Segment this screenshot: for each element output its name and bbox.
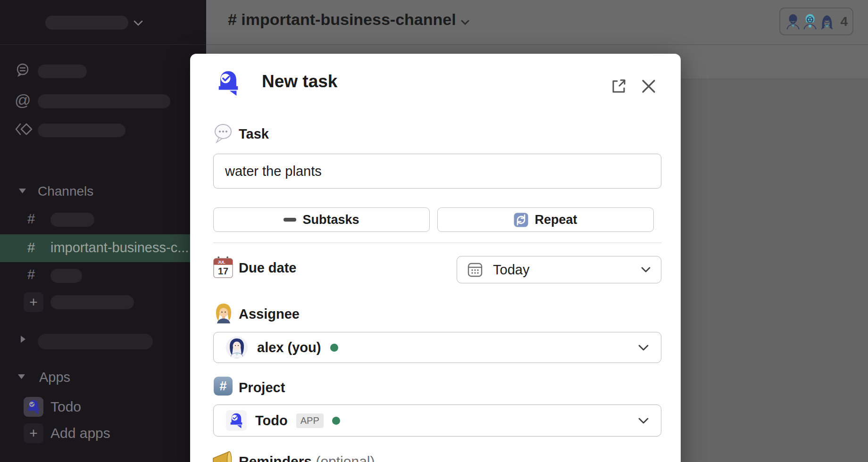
assignee-select[interactable]: alex (you) xyxy=(213,332,661,363)
chevron-down-icon[interactable] xyxy=(461,20,469,25)
sidebar-item-mentions[interactable] xyxy=(38,94,170,108)
modal-title: New task xyxy=(262,72,337,91)
hash-icon: # xyxy=(27,211,35,227)
sidebar-channel-placeholder[interactable] xyxy=(50,269,82,283)
project-label: Project xyxy=(239,380,285,396)
assignee-avatar xyxy=(226,337,248,358)
chevron-down-icon[interactable] xyxy=(134,20,143,26)
new-task-modal: New task Task Subtasks Repeat JUL17 Due … xyxy=(190,54,681,462)
mentions-icon[interactable]: @ xyxy=(15,91,31,109)
reminders-label: Reminders (optional) xyxy=(239,454,375,462)
calendar-emoji-icon: JUL17 xyxy=(213,256,233,278)
due-date-select[interactable]: Today xyxy=(457,256,661,283)
sidebar-item-threads[interactable] xyxy=(38,65,87,78)
chevron-down-icon xyxy=(638,345,649,351)
close-icon[interactable] xyxy=(640,77,658,95)
task-label: Task xyxy=(239,126,269,142)
hash-keycap-icon: # xyxy=(213,376,233,396)
modal-divider xyxy=(213,242,661,243)
member-avatar xyxy=(819,10,835,33)
todo-project-icon xyxy=(226,410,247,431)
subtasks-button-label: Subtasks xyxy=(302,213,359,227)
connect-icon[interactable] xyxy=(14,123,34,136)
presence-dot xyxy=(332,417,340,425)
hash-icon: # xyxy=(27,240,35,256)
add-channel-placeholder[interactable] xyxy=(50,295,134,309)
project-value: Todo xyxy=(255,413,288,429)
sidebar-channel-placeholder[interactable] xyxy=(50,213,94,227)
reminders-optional: (optional) xyxy=(316,454,375,462)
member-count: 4 xyxy=(840,14,848,29)
svg-text:JUL: JUL xyxy=(218,260,225,264)
member-avatars-group[interactable]: 4 xyxy=(779,8,853,35)
chevron-down-icon xyxy=(641,267,651,272)
assignee-label: Assignee xyxy=(239,306,300,322)
subtasks-button[interactable]: Subtasks xyxy=(213,207,430,232)
selected-channel-label: important-business-c... xyxy=(50,240,189,256)
svg-text:#: # xyxy=(219,379,226,393)
sidebar-item-add-apps[interactable]: Add apps xyxy=(50,425,110,441)
calendar-grid-icon xyxy=(467,262,483,277)
repeat-button[interactable]: Repeat xyxy=(437,207,654,232)
svg-text:17: 17 xyxy=(218,266,228,276)
caret-down-icon[interactable] xyxy=(18,374,25,379)
member-avatar xyxy=(785,10,801,33)
chevron-down-icon xyxy=(638,418,649,424)
sidebar-item-todo[interactable]: Todo xyxy=(50,399,81,415)
sidebar-item-connect[interactable] xyxy=(38,124,125,137)
repeat-button-label: Repeat xyxy=(534,213,577,227)
due-date-label: Due date xyxy=(239,260,296,276)
add-apps-button[interactable]: + xyxy=(24,423,43,443)
speech-balloon-icon xyxy=(213,124,233,143)
due-date-value: Today xyxy=(493,262,529,278)
minus-icon xyxy=(284,218,296,222)
member-avatar xyxy=(802,10,818,33)
assignee-value: alex (you) xyxy=(257,340,321,355)
hash-icon: # xyxy=(27,267,35,282)
channel-title[interactable]: # important-business-channel xyxy=(228,10,456,29)
open-external-icon[interactable] xyxy=(609,77,627,95)
add-channel-button[interactable]: + xyxy=(24,292,43,312)
presence-dot xyxy=(330,344,338,352)
todo-app-icon[interactable] xyxy=(24,397,43,417)
channel-header: # important-business-channel 4 xyxy=(206,0,868,45)
caret-down-icon[interactable] xyxy=(19,189,26,193)
task-input[interactable] xyxy=(213,154,661,189)
caret-right-icon[interactable] xyxy=(21,336,25,343)
apps-section-header[interactable]: Apps xyxy=(39,370,70,385)
sidebar: @ Channels # # important-business-c... #… xyxy=(0,0,206,462)
app-screen: @ Channels # # important-business-c... #… xyxy=(0,0,868,462)
todo-bell-icon xyxy=(217,70,240,96)
megaphone-icon xyxy=(212,451,235,462)
repeat-icon xyxy=(514,213,528,227)
project-select[interactable]: Todo APP xyxy=(213,404,661,437)
threads-icon[interactable] xyxy=(16,63,30,77)
channels-section-header[interactable]: Channels xyxy=(38,184,93,199)
workspace-name-placeholder[interactable] xyxy=(45,16,128,30)
app-badge: APP xyxy=(296,413,324,428)
woman-emoji-icon xyxy=(213,303,234,323)
sidebar-channel-selected[interactable]: # important-business-c... xyxy=(0,234,206,262)
sidebar-divider xyxy=(0,44,206,45)
sidebar-collapsed-section[interactable] xyxy=(38,334,153,349)
